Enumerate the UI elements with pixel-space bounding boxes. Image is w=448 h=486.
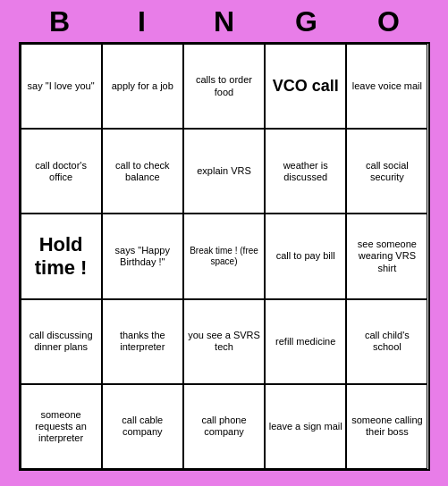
- bingo-cell-10[interactable]: Hold time !: [21, 214, 102, 298]
- bingo-cell-17[interactable]: you see a SVRS tech: [183, 299, 265, 384]
- header-letter: I: [103, 5, 182, 38]
- bingo-cell-8[interactable]: weather is discussed: [265, 129, 346, 214]
- header-letter: N: [185, 5, 264, 38]
- bingo-cell-1[interactable]: apply for a job: [102, 44, 183, 129]
- bingo-cell-18[interactable]: refill medicine: [265, 299, 346, 384]
- bingo-cell-22[interactable]: call phone company: [183, 384, 265, 469]
- bingo-cell-16[interactable]: thanks the interpreter: [102, 299, 183, 384]
- bingo-header: BINGO: [19, 0, 430, 42]
- bingo-cell-7[interactable]: explain VRS: [183, 129, 265, 214]
- bingo-cell-4[interactable]: leave voice mail: [346, 44, 427, 129]
- bingo-cell-12[interactable]: Break time ! (free space): [183, 214, 265, 298]
- header-letter: B: [21, 5, 99, 38]
- bingo-grid: say "I love you"apply for a jobcalls to …: [19, 42, 430, 471]
- bingo-cell-0[interactable]: say "I love you": [21, 44, 102, 129]
- bingo-cell-3[interactable]: VCO call: [265, 44, 346, 129]
- bingo-cell-2[interactable]: calls to order food: [183, 44, 265, 129]
- bingo-cell-13[interactable]: call to pay bill: [265, 214, 346, 298]
- bingo-cell-11[interactable]: says "Happy Birthday !": [102, 214, 183, 298]
- bingo-cell-6[interactable]: call to check balance: [102, 129, 183, 214]
- bingo-cell-21[interactable]: call cable company: [102, 384, 183, 469]
- bingo-cell-15[interactable]: call discussing dinner plans: [21, 299, 102, 384]
- bingo-cell-14[interactable]: see someone wearing VRS shirt: [346, 214, 427, 298]
- header-letter: G: [267, 5, 346, 38]
- bingo-cell-24[interactable]: someone calling their boss: [346, 384, 427, 469]
- bingo-cell-9[interactable]: call social security: [346, 129, 427, 214]
- bingo-cell-20[interactable]: someone requests an interpreter: [21, 384, 102, 469]
- bingo-cell-5[interactable]: call doctor's office: [21, 129, 102, 214]
- bingo-cell-19[interactable]: call child's school: [346, 299, 427, 384]
- bingo-cell-23[interactable]: leave a sign mail: [265, 384, 346, 469]
- header-letter: O: [350, 5, 428, 38]
